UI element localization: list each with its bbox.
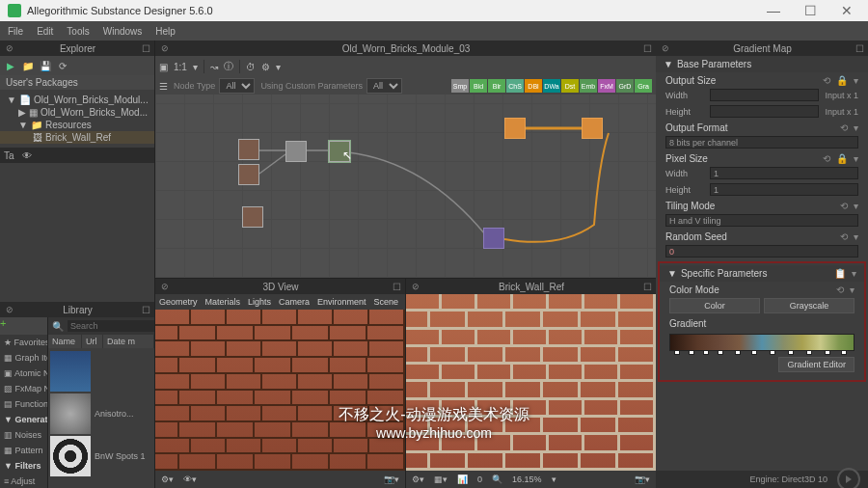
close-button[interactable]: ✕ [833, 1, 860, 20]
gradient-strip[interactable] [669, 334, 854, 351]
node-chip[interactable]: Emb [580, 79, 597, 93]
node-chip[interactable]: Blr [488, 79, 505, 93]
menu-icon[interactable]: ▾ [854, 75, 858, 86]
node-chip[interactable]: Gra [635, 79, 652, 93]
panel-close-icon[interactable]: ☐ [142, 305, 150, 315]
section-specific-parameters[interactable]: ▼ Specific Parameters 📋▾ [660, 265, 864, 282]
col-url[interactable]: Url [82, 335, 103, 348]
tab-lights[interactable]: Lights [248, 297, 271, 307]
library-nav-item[interactable]: ▦ Pattern [0, 443, 47, 458]
info-icon[interactable]: ⓘ [224, 60, 233, 73]
menu-file[interactable]: File [8, 26, 23, 37]
panel-close-icon[interactable]: ☐ [643, 43, 652, 54]
panel-close-icon[interactable]: ☐ [393, 282, 401, 292]
pin-icon[interactable]: ⊘ [161, 282, 169, 291]
pixel-height-input[interactable]: 1 [710, 183, 858, 196]
pin-icon[interactable]: ⊘ [161, 43, 169, 53]
save-icon[interactable]: 💾 [39, 59, 52, 72]
tab-materials[interactable]: Materials [205, 297, 241, 307]
lock-icon[interactable]: 🔒 [836, 75, 848, 86]
menu-help[interactable]: Help [155, 26, 176, 37]
add-icon[interactable]: + [0, 317, 6, 329]
tiling-mode-select[interactable]: H and V tiling [665, 214, 858, 227]
link-icon[interactable]: ⟲ [840, 122, 848, 133]
graph-node[interactable] [238, 139, 259, 160]
library-nav-item[interactable]: ≡ Adjust [0, 474, 47, 488]
link-icon[interactable]: ⟲ [823, 153, 830, 164]
new-icon[interactable]: ▶ [4, 59, 17, 72]
node-chip[interactable]: Dst [561, 79, 579, 93]
filter-icon[interactable]: ☰ [159, 81, 168, 92]
2d-viewport[interactable] [406, 294, 656, 471]
minimize-button[interactable]: — [760, 1, 787, 20]
frame-icon[interactable]: ▣ [159, 62, 168, 72]
tree-item[interactable]: ▼📄Old_Worn_Bricks_Modul... [0, 94, 154, 106]
node-chip[interactable]: Bld [470, 79, 487, 93]
node-chip[interactable]: ChS [506, 79, 524, 93]
grid-icon[interactable]: ▦▾ [434, 474, 448, 484]
tab-camera[interactable]: Camera [279, 297, 310, 307]
pin-icon[interactable]: ⊘ [662, 43, 669, 53]
collapse-icon[interactable]: ▼ [664, 59, 673, 69]
node-chip[interactable]: DWa [543, 79, 560, 93]
refresh-icon[interactable]: ⟳ [56, 59, 69, 72]
gear-icon[interactable]: ⚙▾ [161, 474, 174, 484]
link-icon[interactable]: ↝ [210, 62, 218, 72]
filter-node-type-select[interactable]: All [219, 78, 255, 94]
maximize-button[interactable]: ☐ [797, 1, 824, 20]
gear-icon[interactable]: ⚙ [261, 62, 270, 72]
col-name[interactable]: Name [48, 335, 82, 348]
menu-icon[interactable]: ▾ [852, 268, 856, 279]
dropdown-icon[interactable]: ▾ [193, 62, 198, 72]
pin-icon[interactable]: ⊘ [6, 305, 14, 314]
graph-node[interactable] [483, 228, 504, 249]
tree-item[interactable]: 🖼Brick_Wall_Ref [0, 131, 154, 144]
menu-icon[interactable]: ▾ [850, 285, 854, 295]
graph-node[interactable] [285, 141, 307, 162]
library-nav-item[interactable]: ▤ Function N [0, 396, 47, 412]
graph-canvas[interactable]: ↖ [155, 95, 656, 278]
col-date[interactable]: Date m [103, 335, 154, 348]
graph-node[interactable] [582, 118, 603, 139]
panel-close-icon[interactable]: ☐ [855, 43, 864, 54]
play-icon[interactable] [837, 468, 860, 488]
panel-close-icon[interactable]: ☐ [643, 282, 652, 292]
panel-close-icon[interactable]: ☐ [142, 43, 150, 54]
link-icon[interactable]: ⟲ [840, 201, 848, 211]
menu-icon[interactable]: ▾ [854, 153, 858, 164]
library-nav-item[interactable]: ▨ FxMap No [0, 381, 47, 396]
grayscale-button[interactable]: Grayscale [764, 298, 854, 313]
tab-environment[interactable]: Environment [317, 297, 366, 307]
node-chip[interactable]: Smp [451, 79, 469, 93]
width-input[interactable] [710, 89, 819, 101]
library-nav-item[interactable]: ▥ Noises [0, 427, 47, 443]
eye-icon[interactable]: 👁▾ [183, 474, 197, 484]
tab-scene[interactable]: Scene [374, 297, 399, 307]
output-format-select[interactable]: 8 bits per channel [665, 136, 858, 149]
height-input[interactable] [710, 105, 819, 118]
tree-item[interactable]: ▶▦Old_Worn_Bricks_Mod... [0, 106, 154, 119]
timer-icon[interactable]: ⏱ [246, 62, 256, 72]
graph-node[interactable] [238, 164, 259, 185]
camera-icon[interactable]: 📷▾ [384, 474, 399, 484]
dropdown-icon[interactable]: ▾ [276, 62, 281, 72]
menu-edit[interactable]: Edit [37, 26, 53, 37]
library-nav-item[interactable]: ▼ Filters [0, 458, 47, 474]
library-thumb[interactable] [50, 350, 152, 393]
lock-icon[interactable]: 🔒 [836, 153, 848, 164]
link-icon[interactable]: ⟲ [823, 75, 830, 86]
node-chip[interactable]: GrD [616, 79, 634, 93]
pin-icon[interactable]: ⊘ [412, 282, 420, 291]
copy-icon[interactable]: 📋 [834, 268, 846, 279]
menu-icon[interactable]: ▾ [854, 122, 858, 133]
zoom-label[interactable]: 1:1 [174, 62, 187, 72]
tab-geometry[interactable]: Geometry [159, 297, 198, 307]
graph-node[interactable] [242, 206, 263, 228]
graph-node[interactable] [504, 118, 526, 139]
link-icon[interactable]: ⟲ [840, 231, 848, 242]
pin-icon[interactable]: ⊘ [6, 43, 14, 53]
random-seed-input[interactable]: 0 [665, 245, 858, 258]
link-icon[interactable]: ⟲ [836, 285, 844, 295]
library-nav-item[interactable]: ▼ Generators [0, 412, 47, 427]
pixel-width-input[interactable]: 1 [710, 167, 858, 179]
